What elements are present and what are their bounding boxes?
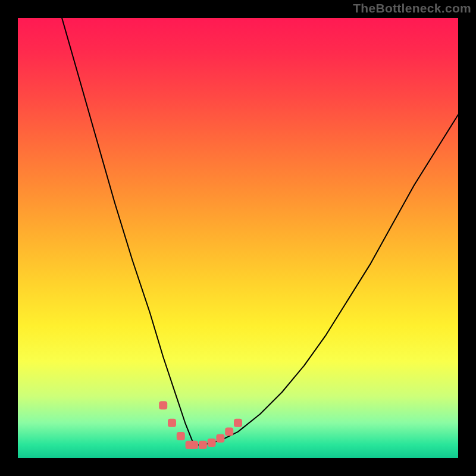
bottleneck-curve xyxy=(62,18,458,445)
marker-point xyxy=(159,401,167,409)
watermark-text: TheBottleneck.com xyxy=(353,1,471,15)
marker-point xyxy=(225,428,233,436)
curve-layer xyxy=(18,18,458,458)
marker-point xyxy=(177,432,185,440)
marker-point xyxy=(199,441,207,449)
chart-frame: TheBottleneck.com xyxy=(0,0,476,476)
marker-point xyxy=(208,439,216,447)
marker-point xyxy=(234,419,242,427)
highlight-markers xyxy=(159,401,242,449)
marker-point xyxy=(168,419,176,427)
marker-point xyxy=(190,441,198,449)
plot-area xyxy=(18,18,458,458)
marker-point xyxy=(216,434,224,443)
